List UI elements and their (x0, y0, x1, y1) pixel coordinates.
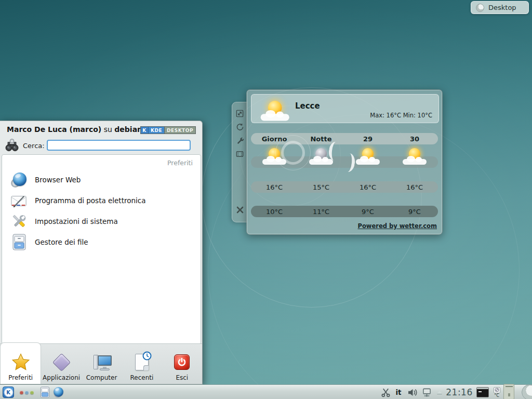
tab-label: Preferiti (8, 374, 33, 381)
tab-label: Applicazioni (43, 374, 80, 381)
weather-minmax: Max: 16°C Min: 10°C (370, 112, 432, 119)
green-dot-icon[interactable] (30, 391, 34, 394)
connector-text: su (101, 125, 114, 134)
web-browser-globe-icon (10, 171, 28, 189)
weather-header: Lecce Max: 16°C Min: 10°C (251, 94, 439, 123)
clock-label: 21:16 (446, 387, 473, 397)
menu-item-browser-web[interactable]: Browser Web (2, 169, 201, 190)
column-label: 29 (344, 133, 391, 144)
search-label: Cerca: (23, 142, 45, 150)
night-temp: 9°C (344, 206, 391, 217)
powered-by-link[interactable]: Powered by wetter.com (357, 222, 437, 230)
tab-preferiti[interactable]: Preferiti (0, 342, 41, 384)
rotate-icon[interactable] (235, 122, 245, 131)
applications-diamond-icon (55, 351, 68, 373)
weather-night-temps: 10°C 11°C 9°C 9°C (251, 206, 438, 217)
crossed-tools-icon (10, 212, 28, 230)
power-icon (174, 351, 190, 373)
computer-icon (92, 351, 112, 373)
user-name: Marco De Luca (marco) (7, 125, 101, 134)
recent-documents-clock-icon (135, 351, 149, 373)
menu-item-label: Impostazioni di sistema (35, 217, 118, 225)
tab-label: Computer (86, 374, 117, 381)
toolbox-label: Desktop (488, 4, 516, 11)
sun-cloud-icon (401, 148, 428, 166)
badge-desktop-label: DESKTOP (164, 127, 195, 134)
scissors-icon (381, 388, 391, 397)
configure-wrench-icon[interactable] (235, 136, 245, 145)
web-browser-launcher[interactable] (53, 385, 65, 399)
terminal-task-icon[interactable] (476, 385, 489, 399)
klipper-tray-icon[interactable] (380, 385, 391, 399)
host-name: debian (114, 125, 142, 134)
maximize-icon[interactable] (235, 149, 245, 158)
tab-applicazioni[interactable]: Applicazioni (41, 344, 81, 384)
resize-icon[interactable] (235, 109, 245, 118)
blue-dot-icon[interactable] (25, 391, 29, 394)
user-host-title: Marco De Luca (marco) su debian (7, 125, 142, 134)
menu-item-label: Browser Web (35, 176, 81, 184)
day-temp: 16°C (251, 181, 298, 193)
section-header: Preferiti (167, 159, 193, 167)
weather-city: Lecce (295, 101, 320, 111)
file-manager-launcher[interactable] (38, 385, 51, 399)
night-temp: 11°C (298, 206, 344, 217)
tab-label: Recenti (130, 374, 154, 381)
weather-widget[interactable]: Lecce Max: 16°C Min: 10°C Giorno Notte 2… (246, 89, 443, 235)
file-cabinet-icon (10, 233, 28, 251)
tab-recenti[interactable]: Recenti (122, 344, 162, 384)
sun-cloud-icon (354, 148, 381, 166)
tray-expander[interactable] (435, 385, 444, 399)
taskbar-panel: K it (0, 384, 532, 399)
menu-item-label: Gestore dei file (35, 238, 88, 246)
menu-item-system-settings[interactable]: Impostazioni di sistema (2, 211, 201, 232)
red-dot-icon[interactable] (20, 391, 23, 394)
web-browser-globe-icon (55, 387, 63, 398)
mini-plasmoid-icon (503, 384, 514, 399)
terminal-icon (476, 387, 489, 397)
keyboard-layout-label: it (395, 388, 401, 396)
day-temp: 16°C (344, 181, 391, 193)
night-temp: 9°C (391, 206, 438, 217)
kickoff-menu: Marco De Luca (marco) su debian K KDE DE… (0, 121, 203, 384)
weather-tray-icon[interactable]: °C (491, 385, 502, 399)
network-monitor-icon (422, 388, 432, 397)
sun-cloud-icon (259, 101, 291, 122)
file-cabinet-icon (40, 387, 50, 398)
kde-menu-icon: K (3, 387, 14, 398)
weather-condition-icons (251, 145, 438, 166)
kde-menu-launcher[interactable]: K (2, 385, 15, 399)
menu-item-label: Programma di posta elettronica (35, 196, 145, 205)
weather-tray-label: °C (494, 393, 499, 398)
weather-column-headers: Giorno Notte 29 30 (251, 133, 438, 144)
tab-esci[interactable]: Esci (162, 344, 202, 384)
thermometer-slash-icon (494, 387, 500, 393)
mini-plasmoid[interactable] (503, 385, 514, 399)
moon-cloud-icon (308, 148, 335, 166)
binoculars-search-icon (5, 138, 19, 152)
expander-arrow-icon (437, 391, 442, 394)
favorites-list: Preferiti Browser Web Programma di post (2, 154, 201, 344)
star-icon (11, 351, 31, 373)
desktop-pager[interactable] (18, 385, 35, 399)
tab-computer[interactable]: Computer (82, 344, 122, 384)
network-tray-icon[interactable] (421, 385, 432, 399)
column-label: Notte (298, 133, 344, 144)
menu-item-email[interactable]: Programma di posta elettronica (2, 190, 201, 211)
close-icon[interactable] (235, 205, 245, 215)
digital-clock[interactable]: 21:16 (445, 385, 474, 399)
keyboard-layout-indicator[interactable]: it (393, 385, 404, 399)
menu-item-file-manager[interactable]: Gestore dei file (2, 232, 201, 252)
desktop-toolbox[interactable]: Desktop (471, 1, 529, 14)
panel-toolbox[interactable] (521, 385, 532, 399)
sun-cloud-icon (261, 148, 288, 166)
widget-handle[interactable] (232, 102, 247, 222)
night-temp: 10°C (251, 206, 298, 217)
tab-label: Esci (176, 374, 188, 381)
badge-kde-label: KDE (149, 127, 164, 134)
volume-tray-icon[interactable] (406, 385, 419, 399)
mail-icon (10, 192, 28, 209)
search-input[interactable] (47, 140, 191, 151)
kde-logo-icon: K (141, 127, 149, 134)
cashew-icon (522, 384, 532, 399)
